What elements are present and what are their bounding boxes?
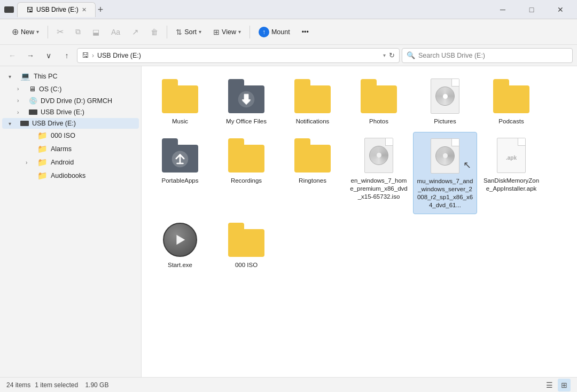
- list-item[interactable]: ↖ mu_windows_7_and_windows_server_2008_r…: [413, 132, 477, 214]
- status-bar: 24 items 1 item selected 1.90 GB ☰ ⊞: [0, 377, 577, 392]
- sidebar-item-label: OS (C:): [39, 85, 135, 93]
- new-tab-button[interactable]: +: [98, 5, 104, 14]
- file-name: Ringtones: [299, 177, 326, 185]
- refresh-icon[interactable]: ↻: [389, 51, 395, 59]
- iso-file-icon: [360, 136, 398, 175]
- list-item[interactable]: Start.exe: [148, 216, 212, 273]
- new-button[interactable]: ⊕ New ▾: [6, 22, 44, 42]
- mount-label: Mount: [271, 28, 290, 36]
- close-button[interactable]: ✕: [548, 1, 573, 18]
- forward-button[interactable]: →: [22, 48, 38, 63]
- sidebar-item-usb-e-thispc[interactable]: › USB Drive (E:): [2, 107, 139, 117]
- up-history-button[interactable]: ∨: [41, 48, 57, 63]
- file-name: Notifications: [296, 117, 330, 126]
- iso-file-icon-selected: [426, 137, 464, 175]
- list-item[interactable]: Photos: [347, 73, 411, 130]
- sidebar: ▾ 💻 This PC › 🖥 OS (C:) › 💿 DVD Drive (D…: [0, 66, 142, 377]
- toolbar-separator-1: [48, 26, 48, 38]
- sidebar-item-usb-e-main[interactable]: ▾ USB Drive (E:): [2, 118, 139, 129]
- sidebar-item-audiobooks[interactable]: › 📁 Audiobooks: [2, 169, 139, 182]
- mount-button[interactable]: ↑ Mount: [253, 22, 295, 42]
- list-item[interactable]: Pictures: [413, 73, 477, 130]
- paste-button[interactable]: ⬓: [87, 22, 105, 42]
- list-item[interactable]: 000 ISO: [214, 216, 278, 273]
- view-button[interactable]: ⊞ View ▾: [208, 22, 246, 42]
- search-input[interactable]: [418, 52, 568, 59]
- sidebar-item-alarms[interactable]: › 📁 Alarms: [2, 143, 139, 155]
- toolbar-separator-2: [167, 26, 167, 38]
- file-name: Music: [172, 117, 188, 126]
- file-name: Podcasts: [498, 117, 524, 126]
- file-name: Pictures: [434, 117, 456, 126]
- tab-usb-icon: 🖫: [26, 6, 33, 14]
- list-item[interactable]: Notifications: [280, 73, 345, 130]
- folder-icon: [492, 77, 531, 115]
- file-name: Start.exe: [168, 261, 192, 269]
- view-toggle-group: ☰ ⊞: [543, 379, 571, 391]
- address-input[interactable]: 🖫 › USB Drive (E:) ▾ ↻: [77, 48, 400, 63]
- more-button[interactable]: •••: [297, 22, 314, 42]
- sidebar-item-000-iso[interactable]: › 📁 000 ISO: [2, 129, 139, 142]
- sidebar-item-dvd-d[interactable]: › 💿 DVD Drive (D:) GRMCH: [2, 95, 139, 106]
- usb-icon: [29, 109, 37, 115]
- copy-button[interactable]: ⧉: [70, 22, 86, 42]
- list-item[interactable]: .apk SanDiskMemoryZone_AppInstaller.apk: [479, 132, 543, 214]
- paste-icon: ⬓: [92, 28, 99, 36]
- view-icon: ⊞: [213, 28, 220, 36]
- expand-icon: ▾: [9, 121, 17, 127]
- file-name: en_windows_7_home_premium_x86_dvd_x15-65…: [350, 177, 408, 201]
- sort-chevron-icon: ▾: [199, 29, 201, 35]
- address-usb-icon: 🖫: [82, 51, 89, 59]
- selection-info: 1 item selected 1.90 GB: [35, 381, 108, 389]
- minimize-button[interactable]: ─: [490, 1, 515, 18]
- tab-title: USB Drive (E:): [36, 6, 79, 13]
- folder-icon: [293, 136, 332, 175]
- delete-icon: 🗑: [151, 28, 158, 36]
- list-item[interactable]: Recordings: [214, 132, 278, 214]
- back-button[interactable]: ←: [4, 48, 20, 63]
- sidebar-item-this-pc[interactable]: ▾ 💻 This PC: [2, 70, 139, 83]
- expand-icon: ›: [17, 98, 26, 104]
- active-tab[interactable]: 🖫 USB Drive (E:) ✕: [17, 2, 96, 17]
- toolbar-separator-3: [249, 26, 250, 38]
- list-item[interactable]: My Office Files: [214, 73, 278, 130]
- expand-icon: ▾: [9, 74, 17, 80]
- cut-button[interactable]: ✂: [51, 22, 69, 42]
- address-dropdown-icon[interactable]: ▾: [383, 52, 386, 58]
- selected-info-label: 1 item selected: [35, 381, 78, 389]
- sidebar-item-label: USB Drive (E:): [32, 120, 135, 127]
- sidebar-item-label: Audiobooks: [51, 172, 135, 179]
- rename-button[interactable]: Aa: [106, 22, 126, 42]
- share-button[interactable]: ↗: [127, 22, 144, 42]
- sort-label: Sort: [184, 28, 197, 36]
- up-button[interactable]: ↑: [59, 48, 75, 63]
- usb-main-icon: [20, 121, 29, 126]
- search-bar[interactable]: 🔍: [402, 48, 573, 63]
- address-path: USB Drive (E:): [97, 52, 380, 59]
- maximize-button[interactable]: □: [519, 1, 544, 18]
- search-icon: 🔍: [407, 51, 415, 59]
- expand-icon: ›: [17, 109, 26, 115]
- file-name: mu_windows_7_and_windows_server_2008_r2_…: [417, 177, 473, 209]
- folder-icon: [227, 136, 266, 175]
- list-item[interactable]: Ringtones: [280, 132, 345, 214]
- tab-close-button[interactable]: ✕: [82, 6, 87, 13]
- content-area: Music My O: [142, 66, 577, 377]
- sidebar-item-os-c[interactable]: › 🖥 OS (C:): [2, 83, 139, 95]
- list-view-button[interactable]: ☰: [543, 379, 556, 391]
- list-item[interactable]: Podcasts: [479, 73, 543, 130]
- toolbar: ⊕ New ▾ ✂ ⧉ ⬓ Aa ↗ 🗑 ⇅ Sort ▾ ⊞ View ▾ ↑…: [0, 19, 577, 45]
- file-name: PortableApps: [161, 177, 198, 185]
- sidebar-item-label: Android: [51, 159, 135, 166]
- main-area: ▾ 💻 This PC › 🖥 OS (C:) › 💿 DVD Drive (D…: [0, 66, 577, 377]
- sidebar-item-android[interactable]: › 📁 Android: [2, 156, 139, 169]
- list-item[interactable]: en_windows_7_home_premium_x86_dvd_x15-65…: [347, 132, 411, 214]
- delete-button[interactable]: 🗑: [145, 22, 163, 42]
- mount-icon: ↑: [259, 27, 269, 37]
- folder-icon: [293, 77, 332, 115]
- list-item[interactable]: PortableApps: [148, 132, 212, 214]
- cut-icon: ✂: [57, 27, 64, 37]
- list-item[interactable]: Music: [148, 73, 212, 130]
- grid-view-button[interactable]: ⊞: [558, 379, 571, 391]
- sort-button[interactable]: ⇅ Sort ▾: [170, 22, 207, 42]
